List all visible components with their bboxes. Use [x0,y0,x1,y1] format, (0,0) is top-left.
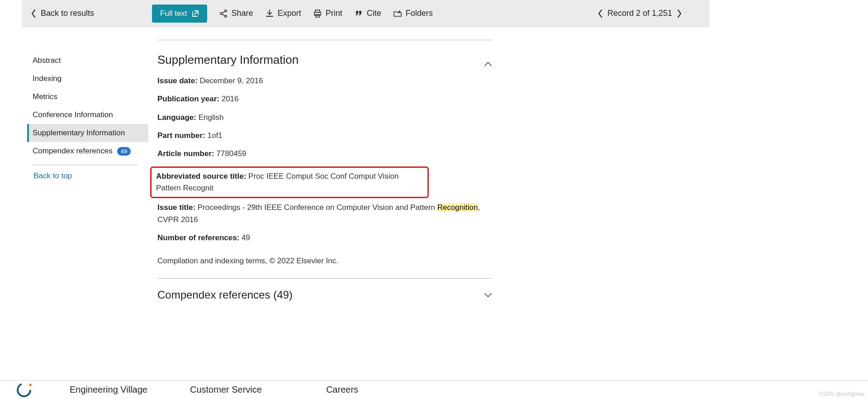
next-record-button[interactable] [677,9,682,18]
expand-section-button[interactable] [484,292,492,298]
svg-point-6 [18,384,30,396]
print-icon [313,9,322,18]
footer-customer-service[interactable]: Customer Service [190,385,262,395]
share-icon [219,9,228,18]
section-nav: Abstract Indexing Metrics Conference Inf… [22,35,148,180]
folders-label: Folders [406,9,433,18]
content-panel: Supplementary Information Issue date: De… [148,35,492,301]
svg-point-7 [29,384,32,386]
main-area: Abstract Indexing Metrics Conference Inf… [22,27,709,301]
svg-point-2 [224,15,226,17]
abbreviated-source-highlight: Abbreviated source title: Proc IEEE Comp… [150,166,429,199]
nav-metrics[interactable]: Metrics [27,88,148,106]
compendex-refs-heading: Compendex references (49) [157,289,293,301]
language-row: Language: English [157,112,492,124]
print-label: Print [326,9,342,18]
copyright-text: Compilation and indexing terms, © 2022 E… [157,256,492,266]
nav-compendex-references[interactable]: Compendex references 49 [27,142,148,160]
download-icon [265,9,274,18]
record-navigator: Record 2 of 1,251 [598,9,682,18]
nav-conference-info[interactable]: Conference Information [27,106,148,124]
collapse-section-button[interactable] [484,62,492,67]
publication-year-row: Publication year: 2016 [157,93,492,105]
references-count-badge: 49 [117,147,131,156]
svg-point-1 [224,10,226,11]
issue-title-row: Issue title: Proceedings - 29th IEEE Con… [157,202,492,226]
share-label: Share [232,9,253,18]
cite-button[interactable]: Cite [354,9,381,18]
share-button[interactable]: Share [219,9,253,18]
issue-date-row: Issue date: December 9, 2016 [157,75,492,87]
section-mid-separator [157,278,492,279]
top-toolbar: Back to results Full text Share [22,0,709,27]
back-to-results-link[interactable]: Back to results [27,7,98,20]
full-text-label: Full text [160,9,187,18]
external-link-icon [192,10,199,17]
nav-indexing[interactable]: Indexing [27,70,148,88]
svg-rect-4 [314,12,321,15]
record-position: Record 2 of 1,251 [607,9,672,18]
cite-label: Cite [367,9,381,18]
section-top-separator [157,40,492,40]
back-label: Back to results [41,9,94,18]
export-button[interactable]: Export [265,9,301,18]
folders-button[interactable]: Folders [393,9,433,18]
nav-supplementary-info[interactable]: Supplementary Information [27,124,148,142]
print-button[interactable]: Print [313,9,342,18]
part-number-row: Part number: 1of1 [157,130,492,142]
action-toolbar: Full text Share Export [152,5,433,23]
full-text-button[interactable]: Full text [152,5,207,23]
abbreviated-source-row: Abbreviated source title: Proc IEEE Comp… [156,171,423,195]
back-to-top-link[interactable]: Back to top [27,171,148,180]
num-references-row: Number of references: 49 [157,232,492,244]
svg-point-0 [220,12,222,14]
article-number-row: Article number: 7780459 [157,148,492,160]
watermark-text: CSDN @ixobgnew [819,391,864,397]
chevron-left-icon [31,9,36,18]
footer-engineering-village[interactable]: Engineering Village [70,385,147,395]
supplementary-heading: Supplementary Information [157,53,299,67]
nav-abstract[interactable]: Abstract [27,52,148,70]
brand-logo-icon [16,382,36,398]
page-footer: Engineering Village Customer Service Car… [0,380,868,399]
prev-record-button[interactable] [598,9,603,18]
quote-icon [354,9,363,18]
footer-careers[interactable]: Careers [326,385,358,395]
highlighted-term: Recognition [437,203,478,212]
export-label: Export [278,9,301,18]
svg-rect-5 [316,14,319,17]
sidebar-separator [33,165,138,165]
folder-add-icon [393,9,402,18]
